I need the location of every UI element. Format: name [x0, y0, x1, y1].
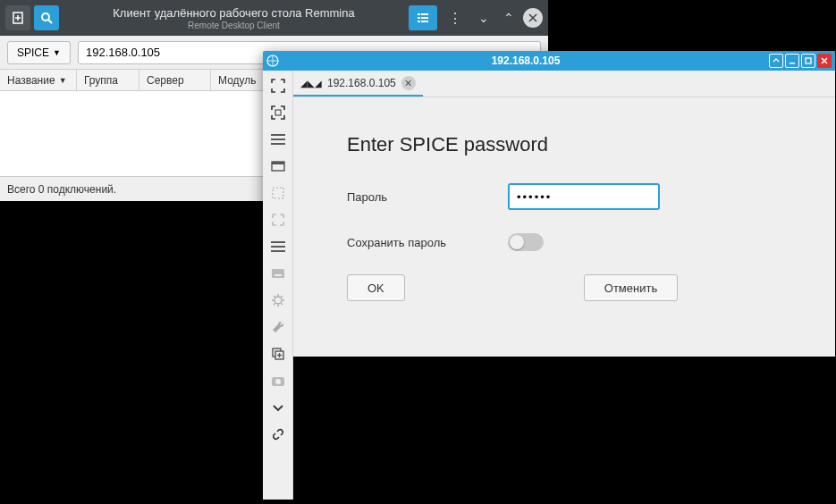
cancel-button[interactable]: Отменить [584, 274, 678, 301]
collapse-up-button[interactable]: ⌃ [498, 11, 519, 25]
protocol-dropdown[interactable]: SPICE ▼ [7, 41, 71, 64]
svg-rect-11 [275, 110, 281, 115]
svg-rect-7 [421, 21, 428, 22]
password-label: Пароль [347, 190, 508, 204]
status-text: Всего 0 подключений. [7, 183, 116, 196]
column-name[interactable]: Название ▼ [0, 70, 77, 90]
svg-rect-3 [421, 13, 428, 15]
tools-icon [266, 315, 290, 339]
svg-point-17 [274, 297, 282, 304]
connection-title: 192.168.0.105 [284, 55, 767, 67]
menu-button[interactable]: ⋮ [441, 10, 469, 27]
new-connection-button[interactable] [5, 5, 30, 30]
collapse-down-button[interactable]: ⌄ [473, 11, 494, 25]
switch-page-icon[interactable] [266, 155, 290, 178]
svg-rect-4 [418, 17, 420, 19]
screenshot-icon [266, 369, 290, 392]
keyboard-icon [266, 262, 290, 285]
svg-rect-5 [421, 17, 428, 19]
svg-rect-15 [272, 269, 284, 278]
svg-rect-9 [790, 63, 795, 64]
minimize-button[interactable] [785, 54, 799, 68]
menu-icon[interactable] [266, 128, 290, 151]
tab-connection[interactable]: ◢◣◢ 192.168.0.105 ✕ [293, 71, 423, 97]
main-subtitle: Remote Desktop Client [63, 21, 405, 31]
main-titlebar: Клиент удалённого рабочего стола Remmina… [0, 0, 548, 36]
password-dialog: Enter SPICE password Пароль Сохранить па… [293, 97, 835, 301]
menu-icon-2[interactable] [266, 235, 290, 258]
maximize-button[interactable] [801, 54, 815, 68]
main-title-block: Клиент удалённого рабочего стола Remmina… [63, 4, 405, 31]
protocol-label: SPICE [17, 46, 49, 59]
rollup-button[interactable] [769, 54, 783, 68]
disconnect-icon[interactable] [266, 423, 290, 446]
remote-screen-area[interactable] [293, 357, 835, 500]
dynamic-res-icon [266, 208, 290, 231]
connection-toolbar [263, 71, 293, 500]
close-button[interactable] [817, 54, 832, 68]
svg-point-21 [275, 379, 281, 384]
main-close-button[interactable] [523, 8, 543, 28]
app-icon [266, 55, 279, 67]
fullscreen-icon[interactable] [266, 101, 290, 124]
svg-rect-10 [806, 58, 811, 63]
connection-titlebar[interactable]: 192.168.0.105 [263, 51, 835, 71]
protocol-icon: ◢◣◢ [300, 79, 322, 88]
scaled-icon [266, 181, 290, 205]
svg-rect-6 [418, 21, 420, 22]
ok-button[interactable]: OK [347, 274, 405, 301]
svg-rect-2 [418, 13, 420, 15]
connection-main: ◢◣◢ 192.168.0.105 ✕ Enter SPICE password… [293, 71, 835, 500]
preferences-icon [266, 289, 290, 312]
tab-label: 192.168.0.105 [327, 77, 396, 89]
main-title: Клиент удалённого рабочего стола Remmina [63, 6, 405, 21]
fit-window-icon[interactable] [266, 74, 290, 97]
duplicate-icon[interactable] [266, 342, 290, 365]
column-group[interactable]: Группа [77, 70, 139, 90]
chevron-down-icon[interactable] [266, 396, 290, 419]
connection-body: ◢◣◢ 192.168.0.105 ✕ Enter SPICE password… [263, 71, 835, 500]
svg-point-1 [42, 13, 49, 21]
dialog-heading: Enter SPICE password [347, 133, 781, 156]
chevron-down-icon: ▼ [53, 48, 61, 57]
column-server[interactable]: Сервер [139, 70, 211, 90]
sort-indicator-icon: ▼ [59, 76, 67, 85]
save-password-label: Сохранить пароль [347, 236, 508, 249]
svg-rect-16 [274, 274, 282, 276]
connection-content: Enter SPICE password Пароль Сохранить па… [293, 97, 835, 500]
connection-window: 192.168.0.105 ◢◣◢ 192.1 [263, 51, 835, 500]
save-password-toggle[interactable] [508, 233, 544, 251]
svg-rect-14 [273, 188, 283, 198]
svg-rect-13 [272, 162, 284, 164]
view-mode-button[interactable] [409, 5, 437, 30]
search-button[interactable] [34, 5, 59, 30]
password-input[interactable] [508, 183, 660, 210]
tab-strip: ◢◣◢ 192.168.0.105 ✕ [293, 71, 835, 97]
tab-close-button[interactable]: ✕ [401, 76, 416, 90]
